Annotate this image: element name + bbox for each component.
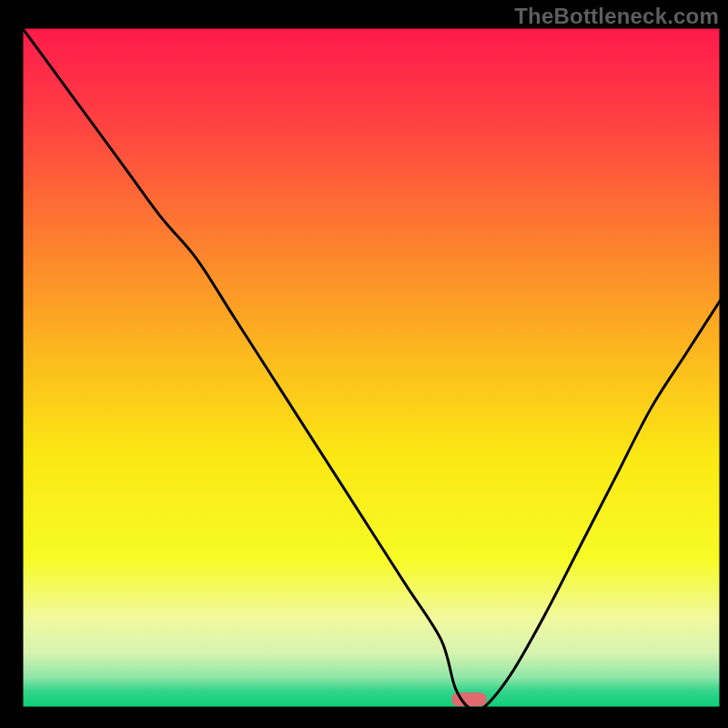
watermark-label: TheBottleneck.com [514, 4, 719, 29]
bottleneck-chart [0, 0, 728, 728]
chart-container: TheBottleneck.com [0, 0, 728, 728]
plot-background [22, 27, 721, 708]
